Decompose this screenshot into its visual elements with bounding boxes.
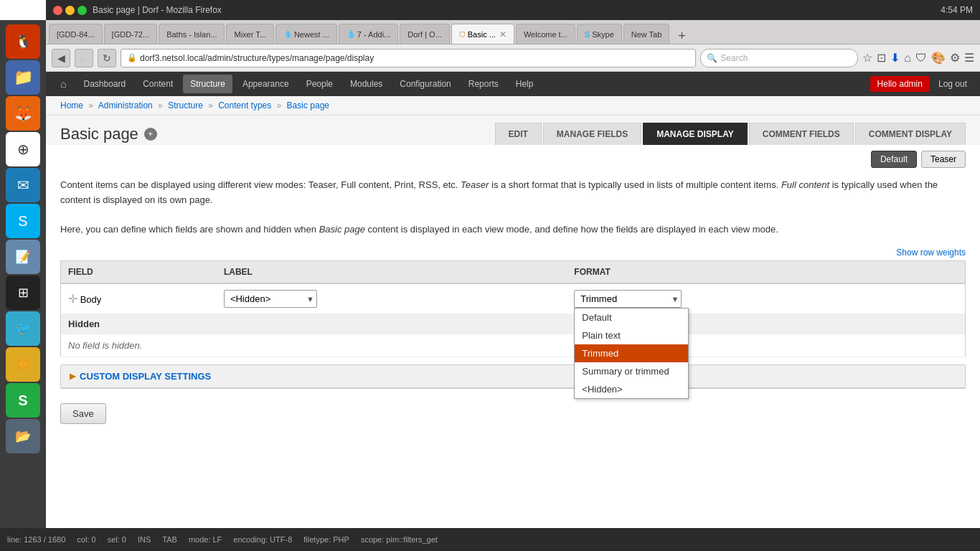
status-line: line: 1263 / 1680 [7,535,65,544]
refresh-button[interactable]: ↻ [98,49,116,67]
tab-7addi[interactable]: 💧7 - Addi... [339,24,398,44]
menu-icon[interactable]: ☰ [964,51,974,65]
sidebar-icon-ubuntu[interactable]: 🐧 [6,24,40,59]
drupal-navbar: ⌂ Dashboard Content Structure Appearance… [46,72,980,96]
label-select-body[interactable]: <Hidden> Above Inline [224,290,317,308]
home-icon[interactable]: ⌂ [904,52,911,65]
nav-reports[interactable]: Reports [461,75,506,93]
window-title: Basic page | Dorf - Mozilla Firefox [93,5,222,15]
nav-help[interactable]: Help [509,75,541,93]
new-tab-button[interactable]: + [674,29,690,44]
tab-manage-display[interactable]: MANAGE DISPLAY [643,123,748,145]
search-icon: 🔍 [707,53,717,63]
tab-welcome[interactable]: Welcome t... [516,24,575,44]
tab-close-icon[interactable]: ✕ [499,29,507,39]
minimize-btn[interactable] [65,6,75,15]
col-label: LABEL [217,261,567,284]
nav-appearance[interactable]: Appearance [235,75,296,93]
close-btn[interactable] [53,6,62,15]
tab-skype[interactable]: SSkype [577,24,622,44]
back-button[interactable]: ◀ [52,49,70,67]
nav-configuration[interactable]: Configuration [392,75,458,93]
status-scope: scope: pim::filters_get [361,535,438,544]
view-mode-teaser[interactable]: Teaser [921,151,966,168]
sidebar-icon-lamp[interactable]: 🔆 [6,347,40,382]
sidebar-icon-bird[interactable]: 🐦 [6,311,40,346]
sidebar-icon-firefox[interactable]: 🦊 [6,96,40,131]
show-row-weights-area: Show row weights [46,245,980,260]
custom-settings-header[interactable]: ▶ CUSTOM DISPLAY SETTINGS [61,365,965,388]
forward-button[interactable]: ▶ [75,49,93,67]
nav-people[interactable]: People [299,75,340,93]
description-2: Here, you can define which fields are sh… [60,222,966,237]
sidebar-icon-text[interactable]: 📝 [6,240,40,274]
search-bar[interactable]: 🔍 Search [700,49,858,67]
tab-basic[interactable]: ⬡ Basic ... ✕ [451,24,514,44]
clock: 4:54 PM [941,5,973,15]
tab-gdd72[interactable]: [GDD-72... [104,24,158,44]
sidebar-icon-folder2[interactable]: 📂 [6,419,40,453]
bookmark-icon[interactable]: ☆ [862,51,872,65]
page-settings-icon[interactable]: + [144,128,157,141]
tab-baths[interactable]: Baths - Islan... [159,24,225,44]
status-ins: INS [138,535,151,544]
sidebar-icon-s[interactable]: S [6,383,40,418]
col-format: FORMAT [567,261,965,284]
sidebar-icon-thunderbird[interactable]: ✉ [6,168,40,202]
tab-comment-display[interactable]: COMMENT DISPLAY [855,123,966,145]
no-field-text: No field is hidden. [61,334,966,357]
drag-handle-icon[interactable]: ✛ [68,293,77,305]
format-select-body[interactable]: Default Plain text Trimmed Summary or tr… [574,290,682,308]
homeclip-icon[interactable]: ⊡ [877,51,886,65]
status-filetype: filetype: PHP [303,535,349,544]
maximize-btn[interactable] [77,6,87,15]
toolbar-icons: ☆ ⊡ ⬇ ⌂ 🛡 🎨 ⚙ ☰ [862,51,974,65]
nav-content[interactable]: Content [136,75,180,93]
breadcrumb-content-types[interactable]: Content types [218,100,271,110]
nav-modules[interactable]: Modules [343,75,390,93]
tab-gdd84[interactable]: [GDD-84... [49,24,103,44]
dropdown-item-default[interactable]: Default [575,309,688,326]
dropdown-item-plaintext[interactable]: Plain text [575,326,688,344]
dropdown-item-hidden[interactable]: <Hidden> [575,380,688,398]
page-title-area: Basic page + EDIT MANAGE FIELDS MANAGE D… [46,116,980,145]
tab-dorf-o[interactable]: Dorf | O... [400,24,449,44]
table-row: ✛ Body <Hidden> Above Inline ▼ [61,283,966,314]
nav-dashboard[interactable]: Dashboard [76,75,133,93]
puzzle-icon[interactable]: ⚙ [950,51,960,65]
url-bar[interactable]: 🔒 dorf3.netsol.local/admin/structure/typ… [121,49,696,67]
download-icon[interactable]: ⬇ [890,51,900,65]
tab-comment-fields[interactable]: COMMENT FIELDS [749,123,854,145]
tab-edit[interactable]: EDIT [495,123,542,145]
hidden-label: Hidden [61,314,966,334]
window-controls[interactable] [53,6,87,15]
tab-manage-fields[interactable]: MANAGE FIELDS [543,123,641,145]
sidebar-icon-files[interactable]: 📁 [6,60,40,95]
breadcrumb-administration[interactable]: Administration [98,100,153,110]
browser-tabbar: [GDD-84... [GDD-72... Baths - Islan... M… [46,20,980,44]
tab-mixer[interactable]: Mixer T... [226,24,273,44]
breadcrumb-basic-page[interactable]: Basic page [287,100,329,110]
breadcrumb-home[interactable]: Home [60,100,83,110]
sidebar-icon-skype[interactable]: S [6,204,40,238]
description-area: Content items can be displayed using dif… [46,171,980,245]
breadcrumb-structure[interactable]: Structure [168,100,203,110]
nav-structure[interactable]: Structure [183,75,232,93]
nav-home[interactable]: ⌂ [53,74,73,94]
save-button[interactable]: Save [60,403,106,424]
dropdown-item-summary[interactable]: Summary or trimmed [575,362,688,380]
save-area: Save [46,396,980,431]
col-field: FIELD [61,261,217,284]
page-title: Basic page + [60,125,157,143]
color-icon[interactable]: 🎨 [931,51,946,65]
show-row-weights-link[interactable]: Show row weights [896,248,966,258]
view-mode-area: Default Teaser [46,145,980,171]
tab-newtab[interactable]: New Tab [623,24,670,44]
sidebar-icon-terminal[interactable]: ⊞ [6,276,40,310]
shield-icon[interactable]: 🛡 [915,52,927,65]
sidebar-icon-chrome[interactable]: ⊕ [6,132,40,166]
logout-link[interactable]: Log out [933,76,973,92]
dropdown-item-trimmed[interactable]: Trimmed [575,344,688,362]
view-mode-default[interactable]: Default [871,151,917,168]
tab-newest[interactable]: 💧Newest ... [275,24,337,44]
